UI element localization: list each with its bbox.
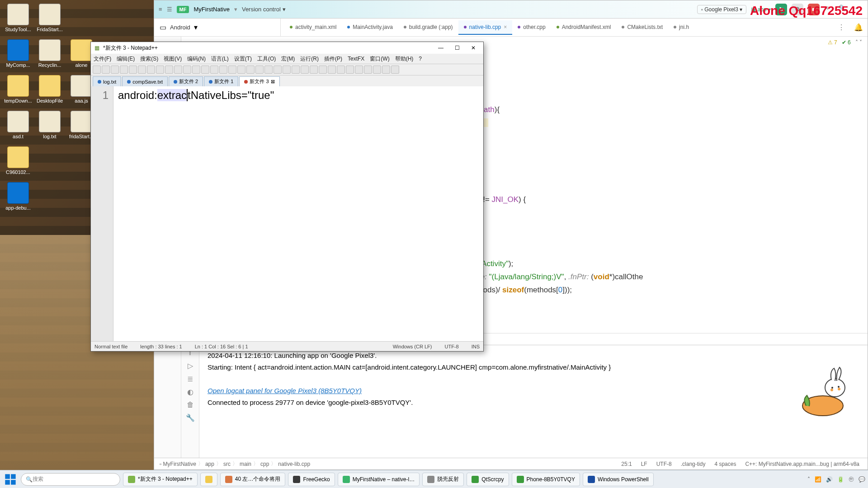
ide-menu-icon[interactable]: ≡ (159, 6, 162, 13)
taskbar-item[interactable]: Phone-8B5Y0TVQY (512, 473, 580, 486)
desktop-icon[interactable]: C960102... (4, 146, 33, 175)
toolbar-button[interactable] (274, 66, 282, 74)
taskbar-item[interactable]: 40 左…个命令将用 (220, 473, 286, 486)
caret-pos[interactable]: 25:1 (618, 461, 634, 467)
toolbar-button[interactable] (165, 66, 173, 74)
menu-item[interactable]: 工具(O) (257, 55, 276, 63)
menu-item[interactable]: 视图(V) (164, 55, 182, 63)
desktop-icon[interactable]: asd.t (4, 111, 33, 139)
chevron-up-icon[interactable]: ˄ (807, 476, 810, 483)
maximize-button[interactable]: ☐ (451, 45, 463, 51)
battery-icon[interactable]: 🔋 (837, 476, 844, 483)
close-button[interactable]: ✕ (467, 45, 480, 51)
desktop-icon[interactable]: Recyclin... (35, 39, 64, 68)
toolbar-button[interactable] (219, 66, 227, 74)
menu-item[interactable]: ? (419, 56, 422, 62)
menu-item[interactable]: 插件(P) (324, 55, 342, 63)
menu-item[interactable]: TextFX (348, 56, 364, 62)
ide-hamburger-icon[interactable]: ☰ (167, 6, 172, 13)
line-sep[interactable]: LF (638, 461, 650, 467)
taskbar-item[interactable]: *新文件 3 - Notepad++ (123, 473, 198, 486)
toolbar-button[interactable] (346, 66, 354, 74)
toolbar-button[interactable] (156, 66, 164, 74)
toolbar-button[interactable] (237, 66, 245, 74)
npp-tab[interactable]: 新文件 3 ⊠ (239, 76, 279, 86)
desktop-icon[interactable]: MyComp... (4, 39, 33, 68)
notification-center-icon[interactable]: 💬 (859, 476, 865, 483)
editor-tab[interactable]: CMakeLists.txt (616, 20, 668, 35)
toolbar-button[interactable] (373, 66, 381, 74)
toolbar-button[interactable] (201, 66, 209, 74)
project-name[interactable]: MyFirstNative (193, 6, 229, 13)
encoding[interactable]: UTF-8 (654, 461, 675, 467)
play-tool-icon[interactable]: ▷ (188, 361, 193, 370)
menu-item[interactable]: 语言(L) (211, 55, 229, 63)
desktop-icon[interactable]: tempDown... (4, 75, 33, 103)
npp-tab[interactable]: compSave.txt (122, 76, 168, 86)
taskbar-item[interactable] (200, 473, 217, 486)
editor-tab[interactable]: native-lib.cpp× (458, 20, 513, 35)
indent[interactable]: 4 spaces (712, 461, 739, 467)
toolbar-button[interactable] (310, 66, 318, 74)
editor-tab[interactable]: other.cpp (512, 20, 551, 35)
editor-tab[interactable]: activity_main.xml (284, 20, 342, 35)
run-output[interactable]: 2024-04-11 12:16:10: Launching app on 'G… (199, 345, 868, 458)
desktop-icon[interactable]: DesktopFile (35, 75, 64, 103)
network-icon[interactable]: 📶 (815, 476, 821, 483)
taskbar-item[interactable]: FreeGecko (288, 473, 335, 486)
close-tab-icon[interactable]: × (504, 24, 507, 30)
taskbar-item[interactable]: Windows PowerShell (583, 473, 654, 486)
toolbar-button[interactable] (292, 66, 300, 74)
toolbar-button[interactable] (337, 66, 345, 74)
desktop-icon[interactable]: log.txt (35, 111, 64, 139)
editor-tab[interactable]: AndroidManifest.xml (551, 20, 617, 35)
toolbar-button[interactable] (102, 66, 110, 74)
logcat-link[interactable]: Open logcat panel for Google Pixel3 (8B5… (208, 385, 859, 397)
toolbar-button[interactable] (138, 66, 146, 74)
npp-tab[interactable]: log.txt (93, 76, 121, 86)
lint[interactable]: .clang-tidy (678, 461, 708, 467)
desktop-icon[interactable]: StudyTool... (4, 4, 33, 32)
vcs-menu[interactable]: Version control ▾ (242, 6, 286, 13)
breadcrumb[interactable]: ▫ MyFirstNative〉app〉src〉main〉cpp〉native-… (160, 460, 310, 468)
toolbar-button[interactable] (228, 66, 236, 74)
menu-item[interactable]: 运行(R) (300, 55, 319, 63)
toolbar-button[interactable] (192, 66, 200, 74)
toolbar-button[interactable] (111, 66, 119, 74)
toolbar-button[interactable] (364, 66, 372, 74)
toolbar-button[interactable] (93, 66, 101, 74)
filter-tool-icon[interactable]: ≣ (187, 375, 193, 383)
toolbar-button[interactable] (301, 66, 309, 74)
toolbar-button[interactable] (319, 66, 327, 74)
editor-tab[interactable]: build.gradle (:app) (398, 20, 458, 35)
npp-editor[interactable]: 1 android:extractNativeLibs="true" (91, 86, 483, 341)
menu-item[interactable]: 帮助(H) (395, 55, 414, 63)
build-conf[interactable]: C++: MyFirstNative.app.main...bug | arm6… (742, 461, 862, 467)
taskbar-item[interactable]: QtScrcpy (467, 473, 509, 486)
wrench-tool-icon[interactable]: 🔧 (186, 413, 195, 422)
menu-item[interactable]: 搜索(S) (140, 55, 158, 63)
toolbar-button[interactable] (283, 66, 291, 74)
toolbar-button[interactable] (391, 66, 399, 74)
trash-tool-icon[interactable]: 🗑 (187, 401, 194, 409)
toolbar-button[interactable] (210, 66, 218, 74)
toolbar-button[interactable] (328, 66, 336, 74)
desktop-icon[interactable] (67, 4, 96, 32)
settings-tool-icon[interactable]: ◐ (187, 388, 193, 396)
toolbar-button[interactable] (246, 66, 255, 74)
toolbar-button[interactable] (264, 66, 273, 74)
tab-overflow-icon[interactable]: ⋮ (833, 23, 849, 32)
system-tray[interactable]: ˄ 📶 🔊 🔋 ㊥ 💬 (807, 475, 865, 483)
menu-item[interactable]: 编辑(E) (117, 55, 135, 63)
taskbar-item[interactable]: 脱壳反射 (422, 473, 464, 486)
toolbar-button[interactable] (355, 66, 363, 74)
menu-item[interactable]: 宏(M) (281, 55, 295, 63)
ime-icon[interactable]: ㊥ (849, 475, 854, 483)
desktop-icon[interactable]: FridaStart... (35, 4, 64, 32)
toolbar-button[interactable] (174, 66, 182, 74)
menu-item[interactable]: 编码(N) (187, 55, 206, 63)
toolbar-button[interactable] (147, 66, 155, 74)
menu-item[interactable]: 窗口(W) (370, 55, 389, 63)
toolbar-button[interactable] (129, 66, 137, 74)
npp-titlebar[interactable]: ▦ *新文件 3 - Notepad++ ― ☐ ✕ (91, 42, 483, 54)
